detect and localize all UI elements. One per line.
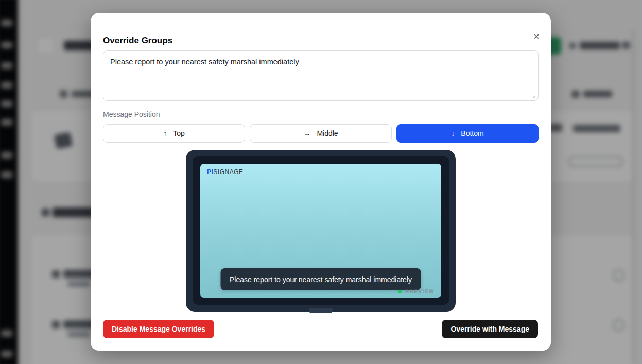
disable-message-overrides-button[interactable]: Disable Message Overrides bbox=[103, 320, 214, 338]
message-position-label: Message Position bbox=[103, 110, 160, 118]
modal-title: Override Groups bbox=[103, 36, 172, 46]
message-position-group: ↑ Top → Middle ↓ Bottom bbox=[103, 124, 539, 143]
pisignage-logo-text: SIGNAGE bbox=[213, 168, 243, 176]
position-top-button[interactable]: ↑ Top bbox=[103, 124, 245, 143]
position-bottom-label: Bottom bbox=[461, 129, 483, 137]
arrow-down-icon: ↓ bbox=[451, 129, 455, 137]
tv-screen: PISIGNAGE Please report to your nearest … bbox=[200, 164, 441, 298]
arrow-right-icon: → bbox=[303, 129, 310, 137]
tv-preview: PISIGNAGE Please report to your nearest … bbox=[186, 150, 456, 312]
position-top-label: Top bbox=[173, 129, 185, 137]
pisignage-logo: PISIGNAGE bbox=[207, 168, 244, 176]
preview-status-label: PREVIEW bbox=[405, 289, 435, 294]
position-middle-button[interactable]: → Middle bbox=[250, 124, 392, 143]
preview-message-bar: Please report to your nearest safety mar… bbox=[221, 268, 421, 290]
position-middle-label: Middle bbox=[317, 129, 338, 137]
tv-stand bbox=[309, 308, 333, 313]
arrow-up-icon: ↑ bbox=[163, 129, 167, 137]
override-groups-modal: Override Groups × Please report to your … bbox=[91, 13, 551, 351]
override-with-message-button[interactable]: Override with Message bbox=[442, 320, 538, 338]
pisignage-logo-icon: PI bbox=[207, 168, 213, 176]
close-icon[interactable]: × bbox=[529, 29, 544, 44]
status-dot-icon bbox=[398, 290, 402, 293]
position-bottom-button[interactable]: ↓ Bottom bbox=[396, 124, 539, 143]
override-message-input[interactable]: Please report to your nearest safety mar… bbox=[103, 50, 539, 101]
preview-status: PREVIEW bbox=[398, 289, 435, 294]
